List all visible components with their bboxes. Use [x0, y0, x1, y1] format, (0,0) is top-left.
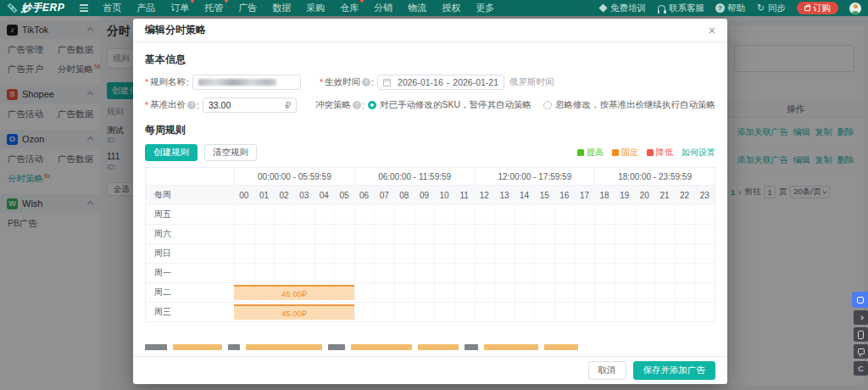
hour-cell[interactable]	[334, 264, 354, 282]
hour-cell[interactable]	[475, 205, 495, 224]
topnav-item-home[interactable]: 首页	[103, 2, 121, 14]
clear-rule-button[interactable]: 清空规则	[204, 144, 257, 161]
hour-cell[interactable]	[454, 264, 475, 282]
hour-cell[interactable]	[594, 205, 615, 224]
topnav-item-product[interactable]: 产品	[136, 2, 155, 14]
hour-cell[interactable]	[554, 264, 575, 282]
hour-cell[interactable]	[234, 244, 254, 263]
hour-cell[interactable]	[274, 225, 294, 243]
hour-cell[interactable]	[494, 244, 515, 263]
hour-cell[interactable]	[554, 303, 575, 321]
hour-cell[interactable]	[254, 264, 275, 282]
hour-cell[interactable]	[475, 283, 495, 302]
hour-cell[interactable]	[654, 225, 675, 243]
hour-cell[interactable]	[494, 205, 515, 224]
hour-cell[interactable]	[454, 283, 475, 302]
conflict-option-0[interactable]: 对已手动修改的SKU，暂停其自动策略	[368, 99, 531, 111]
rule-bar[interactable]: 45.00₽	[234, 285, 354, 300]
hour-cell[interactable]	[654, 205, 675, 224]
hour-cell[interactable]	[454, 244, 475, 263]
hour-cell[interactable]	[314, 264, 335, 282]
hour-cell[interactable]	[554, 283, 575, 302]
hour-cell[interactable]	[434, 303, 454, 321]
hour-cell[interactable]	[374, 225, 394, 243]
hour-cell[interactable]	[374, 264, 394, 282]
hour-cell[interactable]	[615, 205, 635, 224]
dock-chat-button[interactable]	[854, 344, 868, 359]
hour-cell[interactable]	[334, 205, 354, 224]
hour-cell[interactable]	[454, 205, 475, 224]
hour-cell[interactable]	[494, 283, 515, 302]
hour-cell[interactable]	[354, 205, 375, 224]
rule-name-input[interactable]	[192, 75, 301, 90]
free-training-link[interactable]: 免费培训	[598, 3, 646, 14]
rule-bar[interactable]: 45.00₽	[234, 304, 354, 320]
hour-cell[interactable]	[415, 244, 435, 263]
hour-cell[interactable]	[675, 205, 695, 224]
hour-cell[interactable]	[254, 225, 275, 243]
hour-cell[interactable]	[374, 283, 394, 302]
hour-cell[interactable]	[234, 264, 254, 282]
hour-cell[interactable]	[394, 225, 415, 243]
hour-cell[interactable]	[534, 225, 554, 243]
hour-cell[interactable]	[534, 244, 554, 263]
hour-cell[interactable]	[354, 264, 375, 282]
menu-toggle-icon[interactable]	[80, 4, 88, 12]
conflict-option-1[interactable]: 忽略修改，按基准出价继续执行自动策略	[543, 99, 715, 111]
hour-cell[interactable]	[434, 225, 454, 243]
hour-cell[interactable]	[354, 244, 375, 263]
hour-cell[interactable]	[515, 244, 535, 263]
hour-cell[interactable]	[294, 244, 314, 263]
close-icon[interactable]: ×	[709, 25, 715, 36]
topnav-item-warehouse[interactable]: 仓库	[340, 2, 359, 14]
hour-cell[interactable]	[434, 264, 454, 282]
hour-cell[interactable]	[374, 303, 394, 321]
topnav-item-hosting[interactable]: 托管	[204, 2, 223, 14]
sync-link[interactable]: ↻ 同步	[756, 3, 786, 14]
dock-collapse-button[interactable]	[854, 310, 868, 325]
hour-cell[interactable]	[635, 264, 655, 282]
hour-cell[interactable]	[675, 225, 695, 243]
hour-cell[interactable]	[415, 205, 435, 224]
hour-cell[interactable]	[254, 244, 275, 263]
topnav-item-order[interactable]: 订单	[170, 2, 189, 14]
hour-cell[interactable]	[394, 244, 415, 263]
hour-cell[interactable]	[575, 264, 595, 282]
hour-cell[interactable]	[635, 303, 655, 321]
save-and-add-ad-button[interactable]: 保存并添加广告	[633, 361, 716, 380]
hour-cell[interactable]	[575, 225, 595, 243]
hour-cell[interactable]	[475, 303, 495, 321]
contact-service-link[interactable]: 联系客服	[657, 3, 704, 14]
hour-cell[interactable]	[294, 225, 314, 243]
hour-cell[interactable]	[334, 244, 354, 263]
base-bid-input[interactable]: 33.00 ₽	[203, 98, 297, 113]
hour-cell[interactable]	[374, 205, 394, 224]
hour-cell[interactable]	[515, 264, 535, 282]
hour-cell[interactable]	[534, 303, 554, 321]
app-logo[interactable]: 妙手ERP	[7, 1, 64, 15]
radio-unselected-icon[interactable]	[543, 101, 552, 109]
hour-cell[interactable]	[354, 283, 375, 302]
hour-cell[interactable]	[475, 264, 495, 282]
hour-cell[interactable]	[554, 205, 575, 224]
hour-cell[interactable]	[415, 264, 435, 282]
hour-cell[interactable]	[515, 205, 535, 224]
hour-cell[interactable]	[635, 225, 655, 243]
radio-selected-icon[interactable]	[368, 101, 376, 109]
hour-cell[interactable]	[694, 283, 715, 302]
hour-cell[interactable]	[675, 264, 695, 282]
hour-cell[interactable]	[415, 303, 435, 321]
hour-cell[interactable]	[254, 205, 275, 224]
hour-cell[interactable]	[594, 283, 615, 302]
hour-cell[interactable]	[694, 303, 715, 321]
hour-cell[interactable]	[654, 244, 675, 263]
hour-cell[interactable]	[675, 283, 695, 302]
topnav-item-authorization[interactable]: 授权	[442, 2, 460, 14]
hour-cell[interactable]	[694, 225, 715, 243]
hour-cell[interactable]	[354, 303, 375, 321]
hour-cell[interactable]	[494, 303, 515, 321]
hour-cell[interactable]	[294, 264, 314, 282]
hour-cell[interactable]	[615, 225, 635, 243]
hour-cell[interactable]	[234, 225, 254, 243]
hour-cell[interactable]	[274, 264, 294, 282]
